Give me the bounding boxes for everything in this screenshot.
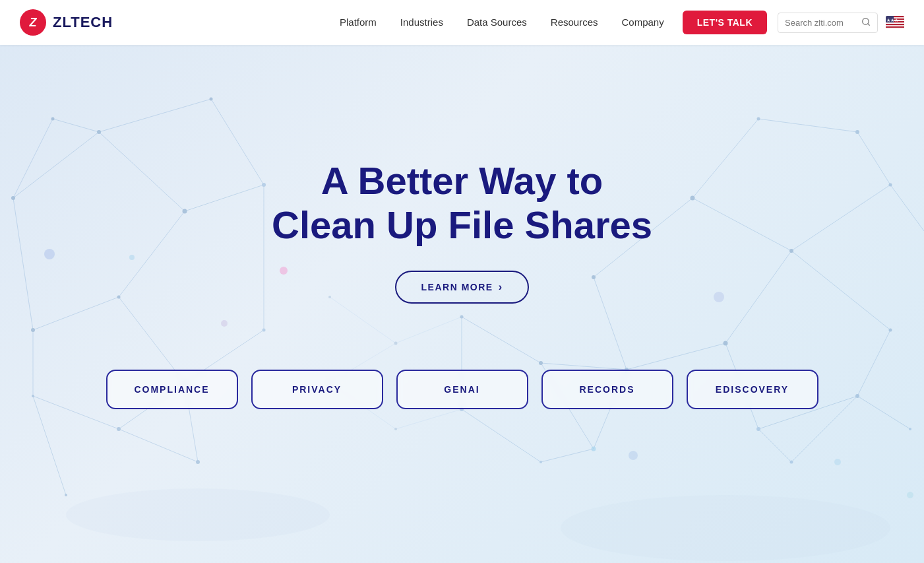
svg-point-70 bbox=[32, 395, 34, 397]
svg-line-55 bbox=[462, 409, 541, 462]
svg-point-107 bbox=[66, 488, 330, 541]
pill-records[interactable]: RECORDS bbox=[541, 370, 673, 409]
svg-point-64 bbox=[51, 117, 55, 121]
svg-line-18 bbox=[33, 297, 119, 330]
svg-point-90 bbox=[756, 427, 760, 431]
svg-point-102 bbox=[394, 428, 397, 430]
svg-line-46 bbox=[857, 330, 890, 396]
svg-point-103 bbox=[714, 292, 724, 302]
svg-line-22 bbox=[185, 185, 264, 211]
hero-section: A Better Way to Clean Up File Shares LEA… bbox=[0, 0, 924, 563]
svg-line-20 bbox=[99, 99, 211, 132]
language-flag[interactable]: ★★★ bbox=[886, 16, 904, 29]
svg-point-75 bbox=[262, 183, 266, 187]
nav-links: Platform Industries Data Sources Resourc… bbox=[340, 17, 664, 28]
svg-point-73 bbox=[196, 460, 200, 464]
learn-more-button[interactable]: LEARN MORE › bbox=[395, 271, 530, 304]
svg-point-100 bbox=[394, 342, 398, 345]
svg-point-68 bbox=[117, 296, 121, 299]
main-nav: Z ZLTECH Platform Industries Data Source… bbox=[0, 0, 924, 45]
svg-point-71 bbox=[117, 427, 121, 431]
svg-line-29 bbox=[33, 396, 66, 495]
svg-rect-8 bbox=[886, 22, 904, 24]
nav-item-platform[interactable]: Platform bbox=[340, 17, 377, 28]
svg-point-97 bbox=[539, 461, 542, 463]
pill-privacy[interactable]: PRIVACY bbox=[251, 370, 383, 409]
nav-item-company[interactable]: Company bbox=[622, 17, 664, 28]
svg-point-82 bbox=[691, 196, 695, 201]
svg-line-24 bbox=[13, 119, 53, 198]
pill-compliance[interactable]: COMPLIANCE bbox=[106, 370, 238, 409]
svg-point-94 bbox=[539, 361, 543, 365]
nav-item-data-sources[interactable]: Data Sources bbox=[467, 17, 527, 28]
learn-more-label: LEARN MORE bbox=[421, 282, 493, 292]
svg-line-47 bbox=[791, 251, 890, 330]
svg-line-51 bbox=[462, 317, 541, 363]
hero-title: A Better Way to Clean Up File Shares bbox=[272, 159, 652, 247]
svg-point-106 bbox=[907, 492, 913, 498]
svg-line-61 bbox=[396, 409, 462, 429]
lets-talk-button[interactable]: LET'S TALK bbox=[683, 11, 767, 34]
pill-ediscovery[interactable]: EDISCOVERY bbox=[687, 370, 818, 409]
svg-point-66 bbox=[210, 98, 213, 101]
svg-point-74 bbox=[65, 494, 67, 496]
svg-point-92 bbox=[909, 428, 911, 430]
svg-line-23 bbox=[53, 119, 99, 132]
svg-point-80 bbox=[44, 249, 55, 259]
svg-point-63 bbox=[11, 196, 15, 200]
svg-line-49 bbox=[758, 429, 791, 462]
logo-name: ZLTECH bbox=[53, 14, 113, 31]
svg-point-76 bbox=[262, 329, 266, 332]
svg-line-30 bbox=[119, 429, 198, 462]
svg-rect-10 bbox=[886, 25, 904, 26]
svg-point-85 bbox=[789, 249, 793, 253]
svg-point-88 bbox=[724, 341, 728, 346]
pill-genai[interactable]: GENAI bbox=[396, 370, 528, 409]
svg-point-69 bbox=[31, 328, 35, 332]
search-icon bbox=[861, 17, 871, 28]
svg-line-36 bbox=[791, 185, 890, 251]
svg-line-21 bbox=[211, 99, 264, 185]
svg-line-40 bbox=[857, 132, 890, 185]
svg-line-59 bbox=[396, 317, 462, 343]
svg-line-16 bbox=[99, 132, 185, 211]
svg-line-1 bbox=[868, 23, 870, 25]
svg-line-56 bbox=[541, 449, 594, 462]
chevron-right-icon: › bbox=[499, 281, 503, 293]
svg-line-48 bbox=[857, 396, 910, 429]
svg-point-78 bbox=[221, 320, 228, 327]
svg-line-42 bbox=[627, 343, 725, 370]
svg-point-105 bbox=[834, 459, 841, 465]
logo-area[interactable]: Z ZLTECH bbox=[20, 9, 113, 36]
nav-item-resources[interactable]: Resources bbox=[551, 17, 598, 28]
svg-line-19 bbox=[13, 198, 33, 330]
svg-line-15 bbox=[13, 132, 99, 198]
svg-point-65 bbox=[97, 130, 101, 134]
svg-line-35 bbox=[693, 198, 791, 251]
svg-line-37 bbox=[890, 185, 924, 231]
nav-item-industries[interactable]: Industries bbox=[400, 17, 443, 28]
svg-line-17 bbox=[119, 211, 185, 297]
search-input[interactable] bbox=[785, 18, 857, 28]
svg-point-108 bbox=[561, 495, 890, 561]
svg-rect-9 bbox=[886, 24, 904, 25]
svg-point-91 bbox=[855, 394, 859, 398]
svg-point-98 bbox=[592, 447, 596, 451]
hero-content: A Better Way to Clean Up File Shares LEA… bbox=[272, 159, 652, 304]
svg-point-79 bbox=[129, 255, 135, 260]
svg-text:★★★: ★★★ bbox=[886, 18, 898, 22]
svg-point-104 bbox=[629, 451, 638, 460]
svg-line-43 bbox=[725, 251, 791, 343]
category-pills: COMPLIANCE PRIVACY GENAI RECORDS EDISCOV… bbox=[106, 370, 818, 409]
svg-line-38 bbox=[693, 119, 758, 198]
svg-point-89 bbox=[889, 329, 892, 332]
svg-rect-12 bbox=[886, 28, 904, 29]
svg-point-67 bbox=[183, 209, 187, 214]
svg-point-95 bbox=[460, 315, 464, 319]
svg-point-93 bbox=[790, 461, 793, 464]
svg-line-52 bbox=[541, 363, 627, 370]
search-area bbox=[778, 13, 878, 33]
svg-point-83 bbox=[757, 117, 760, 121]
logo-icon: Z bbox=[20, 9, 46, 36]
svg-line-39 bbox=[758, 119, 857, 132]
